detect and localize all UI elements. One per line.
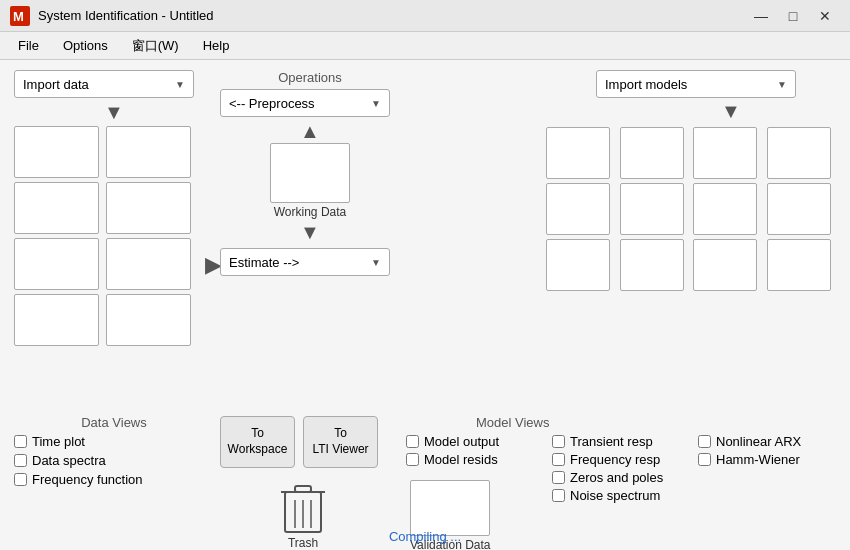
zeros-poles-checkbox[interactable]: [552, 471, 565, 484]
maximize-button[interactable]: □: [778, 4, 808, 28]
time-plot-label: Time plot: [32, 434, 85, 449]
data-cell-1: [14, 126, 99, 178]
frequency-resp-item: Frequency resp: [552, 452, 690, 467]
menu-bar: File Options 窗口(W) Help: [0, 32, 850, 60]
close-button[interactable]: ✕: [810, 4, 840, 28]
model-resids-checkbox[interactable]: [406, 453, 419, 466]
data-cells-grid: [14, 126, 194, 346]
data-cell-8: [106, 294, 191, 346]
model-cell-3: [693, 127, 757, 179]
model-resids-label: Model resids: [424, 452, 498, 467]
window-controls: — □ ✕: [746, 4, 840, 28]
menu-file[interactable]: File: [8, 35, 49, 56]
data-spectra-item: Data spectra: [14, 453, 214, 468]
model-views-col1: Model output Model resids: [406, 434, 544, 506]
import-data-section: Import data ▼ ▼: [14, 70, 214, 346]
model-cell-5: [546, 183, 610, 235]
trash-icon[interactable]: [278, 480, 328, 536]
model-cell-7: [693, 183, 757, 235]
model-cell-4: [767, 127, 831, 179]
app-logo-icon: M: [10, 6, 30, 26]
model-views-col2: Transient resp Frequency resp Zeros and …: [552, 434, 690, 506]
status-text: Compiling ...: [389, 529, 461, 544]
model-cell-11: [693, 239, 757, 291]
preprocess-dropdown[interactable]: <-- Preprocess ▼: [220, 89, 390, 117]
model-cell-6: [620, 183, 684, 235]
data-cell-3: [14, 182, 99, 234]
transient-resp-checkbox[interactable]: [552, 435, 565, 448]
noise-spectrum-label: Noise spectrum: [570, 488, 660, 503]
menu-help[interactable]: Help: [193, 35, 240, 56]
time-plot-item: Time plot: [14, 434, 214, 449]
data-spectra-checkbox[interactable]: [14, 454, 27, 467]
data-cell-4: [106, 182, 191, 234]
model-output-checkbox[interactable]: [406, 435, 419, 448]
import-models-section: Import models ▼ ▼: [546, 70, 836, 291]
hamm-wiener-item: Hamm-Wiener: [698, 452, 836, 467]
data-cell-5: [14, 238, 99, 290]
model-cell-10: [620, 239, 684, 291]
zeros-poles-label: Zeros and poles: [570, 470, 663, 485]
menu-window[interactable]: 窗口(W): [122, 34, 189, 58]
models-dropdown-arrow-icon: ▼: [777, 79, 787, 90]
import-models-dropdown[interactable]: Import models ▼: [596, 70, 796, 98]
time-plot-checkbox[interactable]: [14, 435, 27, 448]
model-views-grid: Model output Model resids Transient resp…: [406, 434, 836, 506]
transient-resp-item: Transient resp: [552, 434, 690, 449]
to-workspace-button[interactable]: ToWorkspace: [220, 416, 295, 468]
model-output-label: Model output: [424, 434, 499, 449]
model-resids-item: Model resids: [406, 452, 544, 467]
frequency-function-item: Frequency function: [14, 472, 214, 487]
preprocess-arrow-icon: ▼: [371, 98, 381, 109]
down-arrow-data-icon: ▼: [14, 102, 214, 122]
center-down-arrow-icon: ▼: [220, 221, 400, 244]
model-output-item: Model output: [406, 434, 544, 449]
model-views-col3: Nonlinear ARX Hamm-Wiener: [698, 434, 836, 506]
models-down-arrow-icon: ▼: [626, 100, 836, 123]
dropdown-arrow-icon: ▼: [175, 79, 185, 90]
title-bar: M System Identification - Untitled — □ ✕: [0, 0, 850, 32]
frequency-function-label: Frequency function: [32, 472, 143, 487]
data-cell-6: [106, 238, 191, 290]
frequency-resp-checkbox[interactable]: [552, 453, 565, 466]
frequency-function-checkbox[interactable]: [14, 473, 27, 486]
estimate-dropdown[interactable]: Estimate --> ▼: [220, 248, 390, 276]
hamm-wiener-label: Hamm-Wiener: [716, 452, 800, 467]
operations-label: Operations: [220, 70, 400, 85]
working-data-area: ▲ Working Data: [220, 119, 400, 219]
data-cell-7: [14, 294, 99, 346]
model-views-section: Model Views Model output Model resids Tr…: [406, 415, 836, 506]
svg-text:M: M: [13, 9, 24, 24]
zeros-poles-item: Zeros and poles: [552, 470, 690, 485]
frequency-resp-label: Frequency resp: [570, 452, 660, 467]
estimate-arrow-icon: ▼: [371, 257, 381, 268]
operations-section: Operations <-- Preprocess ▼ ▲ Working Da…: [220, 70, 400, 276]
svg-rect-4: [295, 486, 311, 492]
model-cell-8: [767, 183, 831, 235]
working-data-label: Working Data: [274, 205, 346, 219]
nonlinear-arx-item: Nonlinear ARX: [698, 434, 836, 449]
data-cell-2: [106, 126, 191, 178]
model-cell-1: [546, 127, 610, 179]
model-cell-12: [767, 239, 831, 291]
data-views-title: Data Views: [14, 415, 214, 430]
menu-options[interactable]: Options: [53, 35, 118, 56]
minimize-button[interactable]: —: [746, 4, 776, 28]
import-data-dropdown[interactable]: Import data ▼: [14, 70, 194, 98]
action-buttons-row: ToWorkspace ToLTI Viewer: [220, 416, 378, 468]
model-cell-9: [546, 239, 610, 291]
to-lti-button[interactable]: ToLTI Viewer: [303, 416, 378, 468]
nonlinear-arx-label: Nonlinear ARX: [716, 434, 801, 449]
nonlinear-arx-checkbox[interactable]: [698, 435, 711, 448]
noise-spectrum-checkbox[interactable]: [552, 489, 565, 502]
main-content: Import data ▼ ▼ ▶ Operations <-- Preproc…: [0, 60, 850, 550]
transient-resp-label: Transient resp: [570, 434, 653, 449]
model-views-title: Model Views: [476, 415, 836, 430]
data-views-section: Data Views Time plot Data spectra Freque…: [14, 415, 214, 491]
window-title: System Identification - Untitled: [38, 8, 214, 23]
model-cell-2: [620, 127, 684, 179]
up-arrow-icon: ▲: [300, 121, 320, 141]
hamm-wiener-checkbox[interactable]: [698, 453, 711, 466]
data-spectra-label: Data spectra: [32, 453, 106, 468]
status-bar: Compiling ...: [0, 529, 850, 544]
